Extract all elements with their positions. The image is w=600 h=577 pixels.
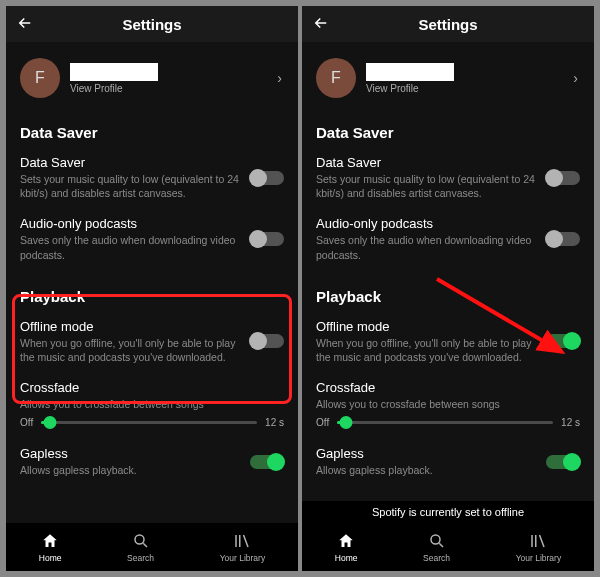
row-offline[interactable]: Offline mode When you go offline, you'll… [316, 311, 580, 372]
section-playback: Playback [20, 270, 284, 311]
slider-off-label: Off [20, 417, 33, 428]
profile-row[interactable]: F View Profile › [20, 42, 284, 106]
nav-library-label: Your Library [516, 553, 562, 563]
bottom-nav: Home Search Your Library [6, 523, 298, 571]
section-data-saver: Data Saver [316, 106, 580, 147]
crossfade-title: Crossfade [20, 380, 284, 395]
username-redacted [366, 63, 454, 81]
row-data-saver[interactable]: Data Saver Sets your music quality to lo… [316, 147, 580, 208]
page-title: Settings [418, 16, 477, 33]
scroll-content: F View Profile › Data Saver Data Saver S… [6, 42, 298, 523]
row-offline[interactable]: Offline mode When you go offline, you'll… [20, 311, 284, 372]
offline-toast: Spotify is currently set to offline [302, 501, 594, 523]
profile-row[interactable]: F View Profile › [316, 42, 580, 106]
home-icon [336, 531, 356, 551]
page-title: Settings [122, 16, 181, 33]
gapless-desc: Allows gapless playback. [316, 463, 536, 477]
crossfade-title: Crossfade [316, 380, 580, 395]
nav-search[interactable]: Search [423, 531, 450, 563]
nav-home[interactable]: Home [39, 531, 62, 563]
nav-search-label: Search [423, 553, 450, 563]
slider-track[interactable] [337, 421, 553, 424]
nav-library[interactable]: Your Library [516, 531, 562, 563]
slider-max-label: 12 s [265, 417, 284, 428]
chevron-right-icon: › [573, 70, 578, 86]
gapless-toggle[interactable] [546, 455, 580, 469]
row-crossfade: Crossfade Allows you to crossfade betwee… [316, 372, 580, 413]
avatar: F [316, 58, 356, 98]
offline-toggle[interactable] [546, 334, 580, 348]
back-icon[interactable] [312, 14, 330, 37]
gapless-toggle[interactable] [250, 455, 284, 469]
header: Settings [6, 6, 298, 42]
audio-only-desc: Saves only the audio when downloading vi… [20, 233, 240, 261]
crossfade-desc: Allows you to crossfade between songs [316, 397, 580, 411]
slider-thumb[interactable] [43, 416, 56, 429]
library-icon [232, 531, 252, 551]
username-redacted [70, 63, 158, 81]
back-icon[interactable] [16, 14, 34, 37]
slider-thumb[interactable] [339, 416, 352, 429]
audio-only-title: Audio-only podcasts [20, 216, 240, 231]
nav-home-label: Home [39, 553, 62, 563]
crossfade-slider[interactable]: Off 12 s [316, 413, 580, 438]
bottom-nav: Home Search Your Library [302, 523, 594, 571]
data-saver-desc: Sets your music quality to low (equivale… [316, 172, 536, 200]
row-gapless[interactable]: Gapless Allows gapless playback. [20, 438, 284, 485]
gapless-title: Gapless [316, 446, 536, 461]
section-data-saver: Data Saver [20, 106, 284, 147]
nav-search-label: Search [127, 553, 154, 563]
view-profile-label: View Profile [70, 83, 158, 94]
view-profile-label: View Profile [366, 83, 454, 94]
audio-only-toggle[interactable] [250, 232, 284, 246]
section-playback: Playback [316, 270, 580, 311]
nav-library[interactable]: Your Library [220, 531, 266, 563]
slider-max-label: 12 s [561, 417, 580, 428]
nav-search[interactable]: Search [127, 531, 154, 563]
offline-desc: When you go offline, you'll only be able… [316, 336, 536, 364]
svg-point-0 [135, 535, 144, 544]
scroll-content: F View Profile › Data Saver Data Saver S… [302, 42, 594, 523]
chevron-right-icon: › [277, 70, 282, 86]
gapless-desc: Allows gapless playback. [20, 463, 240, 477]
nav-home-label: Home [335, 553, 358, 563]
offline-title: Offline mode [316, 319, 536, 334]
phone-right: Settings F View Profile › Data Saver Dat… [302, 6, 594, 571]
data-saver-desc: Sets your music quality to low (equivale… [20, 172, 240, 200]
crossfade-slider[interactable]: Off 12 s [20, 413, 284, 438]
row-audio-only[interactable]: Audio-only podcasts Saves only the audio… [20, 208, 284, 269]
row-audio-only[interactable]: Audio-only podcasts Saves only the audio… [316, 208, 580, 269]
gapless-title: Gapless [20, 446, 240, 461]
crossfade-desc: Allows you to crossfade between songs [20, 397, 284, 411]
search-icon [427, 531, 447, 551]
data-saver-title: Data Saver [20, 155, 240, 170]
audio-only-desc: Saves only the audio when downloading vi… [316, 233, 536, 261]
offline-toggle[interactable] [250, 334, 284, 348]
data-saver-toggle[interactable] [250, 171, 284, 185]
slider-off-label: Off [316, 417, 329, 428]
library-icon [528, 531, 548, 551]
row-crossfade: Crossfade Allows you to crossfade betwee… [20, 372, 284, 413]
phone-left: Settings F View Profile › Data Saver Dat… [6, 6, 298, 571]
audio-only-title: Audio-only podcasts [316, 216, 536, 231]
offline-desc: When you go offline, you'll only be able… [20, 336, 240, 364]
header: Settings [302, 6, 594, 42]
nav-home[interactable]: Home [335, 531, 358, 563]
home-icon [40, 531, 60, 551]
data-saver-toggle[interactable] [546, 171, 580, 185]
data-saver-title: Data Saver [316, 155, 536, 170]
nav-library-label: Your Library [220, 553, 266, 563]
search-icon [131, 531, 151, 551]
slider-track[interactable] [41, 421, 257, 424]
avatar: F [20, 58, 60, 98]
audio-only-toggle[interactable] [546, 232, 580, 246]
row-data-saver[interactable]: Data Saver Sets your music quality to lo… [20, 147, 284, 208]
row-gapless[interactable]: Gapless Allows gapless playback. [316, 438, 580, 485]
offline-title: Offline mode [20, 319, 240, 334]
svg-point-1 [431, 535, 440, 544]
